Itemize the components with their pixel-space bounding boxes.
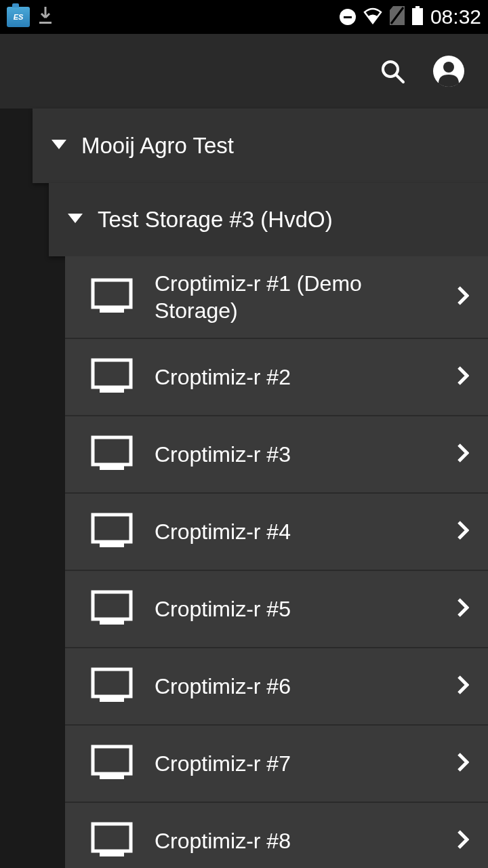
group-label: Mooij Agro Test [81,133,234,159]
item-label: Croptimiz-r #6 [155,659,457,713]
list-item[interactable]: Croptimiz-r #6 [65,648,488,726]
device-icon [91,667,133,705]
svg-rect-15 [100,542,124,547]
svg-rect-11 [100,387,124,393]
chevron-right-icon [457,285,469,309]
item-label: Croptimiz-r #5 [155,582,457,636]
chevron-right-icon [457,520,469,543]
svg-rect-10 [93,360,131,387]
no-sim-icon [390,6,405,28]
svg-line-5 [396,75,403,82]
status-bar: ES 08:32 [0,0,488,34]
caret-down-icon [52,140,66,152]
device-list: Croptimiz-r #1 (Demo Storage) Croptimiz-… [65,256,488,868]
item-label: Croptimiz-r #7 [155,736,457,791]
svg-rect-22 [93,824,131,851]
do-not-disturb-icon [340,9,356,25]
account-icon[interactable] [433,56,464,87]
list-item[interactable]: Croptimiz-r #4 [65,494,488,571]
svg-point-7 [443,62,454,73]
list-item[interactable]: Croptimiz-r #7 [65,726,488,803]
clock: 08:32 [430,5,481,28]
app-bar [0,34,488,108]
device-icon [91,435,133,473]
svg-rect-21 [100,774,124,779]
chevron-right-icon [457,443,469,466]
svg-rect-20 [93,747,131,774]
caret-down-icon [68,214,83,226]
svg-rect-0 [39,22,52,24]
svg-rect-12 [93,437,131,465]
svg-rect-17 [100,619,124,625]
battery-icon [411,6,424,28]
svg-rect-9 [100,307,124,313]
item-label: Croptimiz-r #3 [155,427,457,481]
device-icon [91,358,133,396]
chevron-right-icon [457,829,469,852]
tree-view: Mooij Agro Test Test Storage #3 (HvdO) C… [0,108,488,868]
device-icon [91,745,133,783]
svg-rect-3 [412,8,423,25]
download-icon [38,7,53,27]
svg-rect-23 [100,851,124,856]
chevron-right-icon [457,675,469,698]
svg-rect-18 [93,669,131,696]
svg-rect-14 [93,515,131,542]
list-item[interactable]: Croptimiz-r #1 (Demo Storage) [65,256,488,339]
group-label: Test Storage #3 (HvdO) [98,207,333,233]
svg-rect-16 [93,592,131,619]
item-label: Croptimiz-r #2 [155,350,457,404]
list-item[interactable]: Croptimiz-r #3 [65,416,488,494]
item-label: Croptimiz-r #8 [155,814,457,868]
svg-rect-2 [415,6,420,8]
search-icon[interactable] [379,58,406,85]
device-icon [91,513,133,551]
svg-rect-13 [100,465,124,470]
chevron-right-icon [457,366,469,389]
es-explorer-icon: ES [7,7,30,27]
chevron-right-icon [457,752,469,775]
wifi-icon [363,7,383,27]
device-icon [91,278,133,316]
item-label: Croptimiz-r #1 (Demo Storage) [155,256,457,338]
svg-rect-19 [100,696,124,702]
list-item[interactable]: Croptimiz-r #2 [65,339,488,416]
device-icon [91,590,133,628]
tree-group-storage[interactable]: Test Storage #3 (HvdO) [49,183,488,256]
device-icon [91,822,133,860]
list-item[interactable]: Croptimiz-r #8 [65,803,488,868]
chevron-right-icon [457,597,469,620]
svg-rect-8 [93,280,131,307]
list-item[interactable]: Croptimiz-r #5 [65,571,488,648]
item-label: Croptimiz-r #4 [155,505,457,559]
tree-group-company[interactable]: Mooij Agro Test [33,108,488,183]
